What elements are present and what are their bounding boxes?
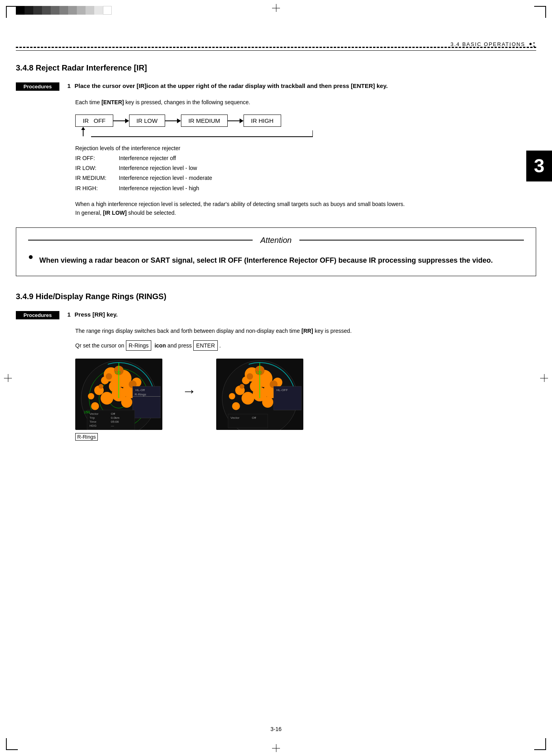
step-text-348-1: Place the cursor over [IR]icon at the up…: [74, 82, 388, 89]
ir-levels: Rejection levels of the interference rej…: [75, 143, 536, 193]
ir-medium-box: IR MEDIUM: [181, 115, 228, 127]
rr-note2-period: .: [219, 341, 221, 350]
ir-level-high-val: Interference rejection level - high: [119, 183, 199, 193]
ir-high-box: IR HIGH: [244, 115, 281, 127]
gs-block-1: [16, 6, 25, 15]
attention-content: When viewing a radar beacon or SART sign…: [39, 255, 493, 266]
gs-block-6: [59, 6, 68, 15]
rr-arrow: →: [182, 383, 196, 399]
gs-block-4: [42, 6, 51, 15]
arrow-2: [165, 118, 181, 123]
header-section-text: 3.4 BASIC OPERATIONS: [451, 41, 525, 47]
warning-text: When a high interference rejection level…: [75, 200, 536, 218]
ir-level-off-val: Interference rejecter off: [119, 153, 176, 163]
ir-level-low-val: Interference rejection level - low: [119, 163, 197, 173]
grayscale-bar: [16, 6, 112, 15]
ir-flow-diagram: IR OFF IR LOW IR MEDIUM IR HIGH: [75, 115, 536, 137]
ir-level-high: IR HIGH: Interference rejection level - …: [75, 183, 536, 193]
r-rings-inline-box: R-Rings: [126, 340, 152, 351]
r-rings-label: R-Rings: [75, 433, 98, 441]
rr-note2-pre: Qr set the cursor on: [75, 341, 124, 350]
ir-level-medium-val: Interference rejection level - moderate: [119, 173, 212, 183]
return-line: [91, 136, 313, 137]
arrow-3: [228, 118, 244, 123]
procedure-row-349: Procedures 1 Press [RR] key.: [16, 311, 536, 319]
ir-level-low-key: IR LOW:: [75, 163, 119, 173]
gs-block-5: [51, 6, 59, 15]
section-349: 3.4.9 Hide/Display Range Rings (RINGS) P…: [16, 292, 536, 431]
ir-flow-top: IR OFF IR LOW IR MEDIUM IR HIGH: [75, 115, 536, 127]
ir-return-arrow: [75, 127, 536, 137]
corner-bl: [6, 738, 18, 750]
up-arrow-container: [75, 127, 91, 136]
radar-image-no-rings: [216, 359, 303, 430]
step-number-349-1: 1: [67, 311, 70, 318]
gs-block-9: [86, 6, 94, 15]
gs-block-10: [94, 6, 103, 15]
corner-tr: [534, 6, 546, 18]
procedure-row-348: Procedures 1 Place the cursor over [IR]i…: [16, 82, 536, 91]
attention-line-left: [28, 240, 253, 241]
gs-block-3: [33, 6, 42, 15]
enter-inline-box: ENTER: [193, 340, 217, 351]
ir-level-low: IR LOW: Interference rejection level - l…: [75, 163, 536, 173]
procedures-badge-348: Procedures: [16, 82, 59, 91]
corner-br: [534, 738, 546, 750]
gs-block-11: [103, 6, 112, 15]
step-number-348-1: 1: [67, 82, 70, 89]
rr-note2: Qr set the cursor on R-Rings icon and pr…: [75, 340, 536, 351]
ir-level-off: IR OFF: Interference rejecter off: [75, 153, 536, 163]
attention-bullet: ● When viewing a radar beacon or SART si…: [28, 251, 524, 266]
attention-box: Attention ● When viewing a radar beacon …: [16, 227, 536, 277]
section-348: 3.4.8 Reject Radar Interference [IR] Pro…: [16, 63, 536, 276]
ir-level-high-key: IR HIGH:: [75, 183, 119, 193]
gs-block-2: [25, 6, 33, 15]
header-line: 3.4 BASIC OPERATIONS •:: [16, 40, 536, 51]
main-content: 3.4.8 Reject Radar Interference [IR] Pro…: [16, 52, 536, 435]
enter-note: Each time [ENTER] key is pressed, change…: [75, 98, 536, 107]
ir-level-off-key: IR OFF:: [75, 153, 119, 163]
gs-block-7: [68, 6, 77, 15]
rr-note2-icon: icon and press: [153, 341, 192, 350]
crosshair-top: [272, 4, 280, 12]
rr-note: The range rings display switches back an…: [75, 326, 536, 335]
crosshair-bottom: [272, 744, 280, 752]
attention-line-right: [299, 240, 524, 241]
dashed-separator: [16, 47, 536, 48]
rr-right-container: [216, 359, 303, 431]
crosshair-left: [4, 374, 12, 382]
arrow-1: [113, 118, 129, 123]
attention-title: Attention: [253, 236, 300, 245]
step-text-349-1: Press [RR] key.: [74, 311, 118, 318]
ir-level-medium-key: IR MEDIUM:: [75, 173, 119, 183]
attention-bullet-dot: ●: [28, 252, 33, 262]
page-number: 3-16: [270, 726, 282, 732]
gs-block-8: [77, 6, 86, 15]
ir-low-box: IR LOW: [129, 115, 165, 127]
ir-off-box: IR OFF: [75, 115, 113, 127]
section-348-heading: 3.4.8 Reject Radar Interference [IR]: [16, 63, 536, 73]
section-349-heading: 3.4.9 Hide/Display Range Rings (RINGS): [16, 292, 536, 301]
crosshair-right: [540, 374, 548, 382]
procedures-badge-349: Procedures: [16, 311, 59, 319]
rr-left-container: R-Rings: [75, 359, 162, 431]
ir-levels-title: Rejection levels of the interference rej…: [75, 143, 536, 153]
rr-images-container: R-Rings →: [75, 359, 536, 431]
ir-level-medium: IR MEDIUM: Interference rejection level …: [75, 173, 536, 183]
attention-header: Attention: [28, 236, 524, 245]
radar-image-with-rings: [75, 359, 162, 430]
